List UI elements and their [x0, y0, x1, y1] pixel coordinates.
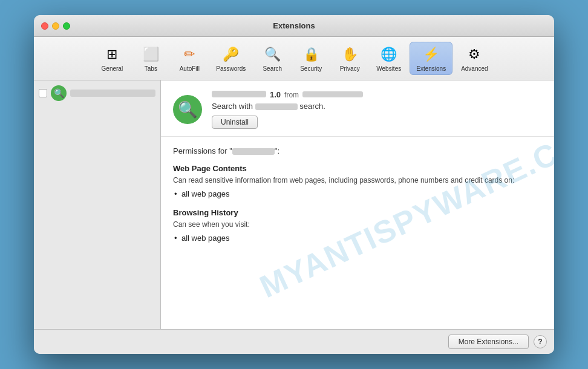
ext-name-bar: [212, 91, 266, 97]
ext-version: 1.0: [270, 90, 281, 99]
sidebar: 🔍: [34, 80, 161, 329]
detail-body: Permissions for "": Web Page Contents Ca…: [161, 137, 554, 329]
toolbar-item-extensions[interactable]: ⚡ Extensions: [410, 42, 452, 75]
advanced-icon: ⚙: [465, 45, 484, 64]
autofill-icon: ✏: [180, 45, 199, 64]
toolbar-item-advanced[interactable]: ⚙ Advanced: [455, 42, 494, 74]
uninstall-button[interactable]: Uninstall: [212, 116, 258, 129]
toolbar-item-general[interactable]: ⊞ General: [94, 42, 130, 74]
perm-heading-history: Browsing History: [173, 208, 542, 217]
sidebar-ext-name-bar: [70, 90, 155, 97]
toolbar-label-privacy: Privacy: [340, 65, 360, 72]
toolbar-label-passwords: Passwords: [216, 65, 246, 72]
titlebar: Extensions: [34, 15, 554, 37]
toolbar-label-security: Security: [300, 65, 322, 72]
perm-desc-webcontents: Can read sensitive information from web …: [173, 175, 542, 186]
footer: More Extensions... ?: [34, 329, 554, 354]
perm-desc-history: Can see when you visit:: [173, 220, 542, 230]
toolbar-label-tabs: Tabs: [145, 65, 157, 72]
toolbar-item-search[interactable]: 🔍 Search: [254, 42, 290, 74]
permissions-ext-name-bar: [232, 148, 275, 155]
ext-from-text: from: [284, 91, 299, 99]
ext-header: 🔍 1.0 from Search with search. Uninstall: [161, 80, 554, 137]
sidebar-search-icon: 🔍: [54, 88, 64, 98]
websites-icon: 🌐: [379, 45, 399, 64]
ext-search-name-bar: [255, 103, 298, 110]
perm-item-webcontents-0: all web pages: [173, 189, 542, 198]
perm-list-webcontents: all web pages: [173, 189, 542, 198]
toolbar: ⊞ General ⬜ Tabs ✏ AutoFill 🔑 Passwords …: [34, 37, 554, 80]
content-area: 🔍 MYANTISPYWARE.COM 🔍 1.0 from: [34, 80, 554, 329]
zoom-button[interactable]: [63, 22, 70, 30]
close-button[interactable]: [41, 22, 48, 30]
permissions-title: Permissions for "":: [173, 146, 542, 155]
toolbar-item-tabs[interactable]: ⬜ Tabs: [132, 42, 169, 74]
toolbar-label-search: Search: [263, 65, 282, 72]
toolbar-label-websites: Websites: [376, 65, 401, 72]
window-title: Extensions: [273, 21, 315, 30]
toolbar-item-passwords[interactable]: 🔑 Passwords: [210, 42, 252, 74]
tabs-icon: ⬜: [141, 45, 160, 64]
toolbar-item-autofill[interactable]: ✏ AutoFill: [171, 42, 207, 74]
perm-section-history: Browsing History Can see when you visit:…: [173, 208, 542, 243]
ext-source-bar: [302, 91, 363, 97]
traffic-lights: [41, 22, 70, 30]
sidebar-header-row: 🔍: [39, 85, 155, 101]
toolbar-item-security[interactable]: 🔒 Security: [293, 42, 329, 74]
general-icon: ⊞: [102, 45, 122, 64]
perm-list-history: all web pages: [173, 233, 542, 243]
detail-panel: MYANTISPYWARE.COM 🔍 1.0 from Search with…: [161, 80, 554, 329]
ext-icon: 🔍: [173, 95, 202, 124]
main-window: Extensions ⊞ General ⬜ Tabs ✏ AutoFill 🔑…: [34, 15, 554, 354]
toolbar-label-general: General: [102, 65, 123, 72]
permissions-prefix: Permissions for ": [173, 146, 232, 155]
perm-section-webcontents: Web Page Contents Can read sensitive inf…: [173, 164, 542, 198]
sidebar-ext-icon: 🔍: [51, 85, 67, 101]
ext-info: 1.0 from Search with search. Uninstall: [212, 90, 542, 129]
ext-title-row: 1.0 from: [212, 90, 542, 99]
perm-item-history-0: all web pages: [173, 233, 542, 243]
toolbar-item-websites[interactable]: 🌐 Websites: [370, 42, 407, 74]
extension-checkbox[interactable]: [39, 89, 47, 97]
help-button[interactable]: ?: [534, 335, 547, 348]
search-icon: 🔍: [263, 45, 282, 64]
more-extensions-button[interactable]: More Extensions...: [448, 335, 529, 349]
minimize-button[interactable]: [52, 22, 59, 30]
toolbar-item-privacy[interactable]: ✋ Privacy: [332, 42, 368, 74]
passwords-icon: 🔑: [221, 45, 241, 64]
privacy-icon: ✋: [340, 45, 359, 64]
ext-search-row: Search with search.: [212, 102, 542, 111]
toolbar-label-advanced: Advanced: [461, 65, 488, 72]
search-with-text: Search with: [212, 102, 253, 111]
toolbar-label-autofill: AutoFill: [180, 65, 200, 72]
security-icon: 🔒: [301, 45, 321, 64]
extensions-icon: ⚡: [422, 45, 441, 64]
search-suffix: search.: [299, 102, 325, 111]
perm-heading-webcontents: Web Page Contents: [173, 164, 542, 173]
permissions-suffix: ":: [275, 146, 279, 155]
toolbar-label-extensions: Extensions: [416, 65, 446, 72]
